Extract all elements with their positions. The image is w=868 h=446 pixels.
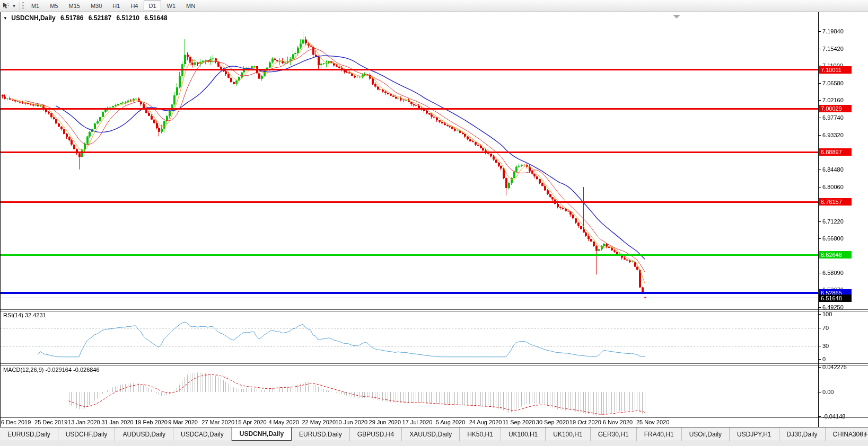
crosshair-tool-button[interactable] xyxy=(0,1,12,11)
timeframe-button-h1[interactable]: H1 xyxy=(108,1,125,11)
date-label: 25 Nov 2020 xyxy=(636,419,669,425)
rsi-axis-tick: 100 xyxy=(822,311,832,317)
rsi-axis-tick: 70 xyxy=(822,325,829,331)
chart-tab-bar: EURUSD,DailyUSDCHF,DailyAUDUSD,DailyUSDC… xyxy=(0,427,868,441)
date-label: 9 Mar 2020 xyxy=(168,419,198,425)
date-label: 24 Aug 2020 xyxy=(469,419,502,425)
quote-high: 6.52187 xyxy=(89,14,111,22)
rsi-axis-tick: 30 xyxy=(822,343,829,349)
price-axis-tick: 6.58090 xyxy=(822,270,844,276)
chart-tab[interactable]: GER30,H1 xyxy=(591,427,637,441)
price-axis-tick: 6.71220 xyxy=(822,218,844,225)
date-label: 25 Dec 2019 xyxy=(34,419,67,425)
date-label: 27 Mar 2020 xyxy=(201,419,234,425)
chart-symbol-label: USDCNH,Daily xyxy=(11,14,55,22)
date-label: 11 Sep 2020 xyxy=(503,419,536,425)
date-label: 29 Jun 2020 xyxy=(369,419,401,425)
chart-tab[interactable]: FRA40,H1 xyxy=(637,427,682,441)
rsi-indicator-label: RSI(14) 32.4231 xyxy=(3,312,46,318)
cursor-crosshair-icon xyxy=(2,2,10,10)
date-label: 19 Feb 2020 xyxy=(135,419,168,425)
macd-axis-tick: 0.00 xyxy=(822,389,834,395)
mt4-window: ▼ M1M5M15M30H1H4D1W1MN ▼ USDCNH,Daily 6.… xyxy=(0,0,868,446)
timeframe-button-d1[interactable]: D1 xyxy=(144,1,161,11)
timeframe-button-w1[interactable]: W1 xyxy=(162,1,181,11)
chart-title: ▼ USDCNH,Daily 6.51786 6.52187 6.51210 6… xyxy=(3,14,168,22)
date-label: 13 Jan 2020 xyxy=(68,419,100,425)
quote-open: 6.51786 xyxy=(60,14,83,22)
chart-tab[interactable]: HK50,H1 xyxy=(460,427,501,441)
chart-tab[interactable]: USDCAD,Daily xyxy=(173,427,232,441)
chart-tab[interactable]: GBPUSD,H4 xyxy=(350,427,402,441)
date-label: 17 Jul 2020 xyxy=(402,419,433,425)
macd-axis-tick: 0.042275 xyxy=(822,364,847,370)
level-price-badge: 6.88897 xyxy=(819,148,852,156)
date-label: 10 Jun 2020 xyxy=(336,419,368,425)
price-axis-tick: 7.06580 xyxy=(822,80,844,86)
price-axis-tick: 6.93320 xyxy=(822,132,844,138)
tab-scroll-left-icon[interactable]: ◂ xyxy=(859,431,862,436)
chart-tab[interactable]: USDCNH,Daily xyxy=(232,427,292,441)
tab-scroll-right-icon[interactable]: ▸ xyxy=(864,431,867,436)
toolbar-grip xyxy=(22,2,24,10)
timeframe-button-m30[interactable]: M30 xyxy=(86,1,107,11)
chart-tab[interactable]: EURUSD,Daily xyxy=(292,427,350,441)
timeframe-button-mn[interactable]: MN xyxy=(181,1,200,11)
price-chart-canvas[interactable] xyxy=(0,12,868,427)
timeframe-button-m1[interactable]: M1 xyxy=(27,1,44,11)
price-axis-tick: 6.97740 xyxy=(822,114,844,121)
chart-tab[interactable]: DJ30,Daily xyxy=(779,427,826,441)
price-axis-tick: 6.66800 xyxy=(822,235,844,242)
level-price-badge: 6.62646 xyxy=(819,251,852,258)
price-axis-tick: 7.15420 xyxy=(822,46,844,52)
tab-navigation: ◂ ▸ xyxy=(859,427,867,441)
chart-tab[interactable]: UK100,H1 xyxy=(501,427,546,441)
status-strip xyxy=(0,441,868,446)
chart-shift-marker-icon[interactable] xyxy=(673,15,680,19)
price-axis-tick: 6.80060 xyxy=(822,184,844,190)
level-price-badge: 6.76157 xyxy=(819,198,852,206)
chart-tab[interactable]: EURUSD,Daily xyxy=(0,427,58,441)
date-label: 30 Sep 2020 xyxy=(536,419,569,425)
date-label: 4 May 2020 xyxy=(268,419,299,425)
price-axis-tick: 6.49250 xyxy=(822,304,844,310)
chart-tab[interactable]: USDJPY,H1 xyxy=(730,427,779,441)
date-label: 6 Dec 2019 xyxy=(1,419,31,425)
chart-tab[interactable]: AUDUSD,Daily xyxy=(115,427,173,441)
toolbar: ▼ M1M5M15M30H1H4D1W1MN xyxy=(0,0,868,12)
quote-low: 6.51210 xyxy=(116,14,139,22)
date-label: 15 Apr 2020 xyxy=(235,419,266,425)
chart-tab[interactable]: XAUUSD,Daily xyxy=(402,427,460,441)
level-price-badge: 7.00029 xyxy=(819,105,852,112)
chart-tab[interactable]: USDCHF,Daily xyxy=(58,427,116,441)
toolbar-separator xyxy=(20,2,20,10)
date-label: 22 May 2020 xyxy=(302,419,336,425)
date-label: 6 Nov 2020 xyxy=(603,419,633,425)
date-label: 31 Jan 2020 xyxy=(101,419,134,425)
quote-close: 6.51648 xyxy=(144,14,167,22)
price-axis-tick: 7.19840 xyxy=(822,28,844,34)
chart-tab[interactable]: UK100,H1 xyxy=(546,427,590,441)
chart-tab[interactable]: USOil,Daily xyxy=(682,427,730,441)
timeframe-button-m15[interactable]: M15 xyxy=(64,1,85,11)
macd-indicator-label: MACD(12,26,9) -0.029164 -0.026846 xyxy=(3,367,100,373)
price-axis-tick: 7.02160 xyxy=(822,97,844,103)
timeframe-button-m5[interactable]: M5 xyxy=(45,1,63,11)
tool-dropdown-caret-icon[interactable]: ▼ xyxy=(12,4,19,8)
macd-axis-tick: -0.04148 xyxy=(822,413,845,420)
current-price-badge: 6.51648 xyxy=(819,295,852,302)
level-price-badge: 7.10011 xyxy=(819,66,852,74)
rsi-axis-tick: 0 xyxy=(822,356,826,362)
timeframe-button-h4[interactable]: H4 xyxy=(126,1,143,11)
date-label: 19 Oct 2020 xyxy=(569,419,601,425)
collapse-triangle-icon[interactable]: ▼ xyxy=(3,16,7,21)
price-axis-tick: 6.84480 xyxy=(822,166,844,173)
date-label: 5 Aug 2020 xyxy=(436,419,466,425)
timeframe-buttons: M1M5M15M30H1H4D1W1MN xyxy=(26,1,200,11)
